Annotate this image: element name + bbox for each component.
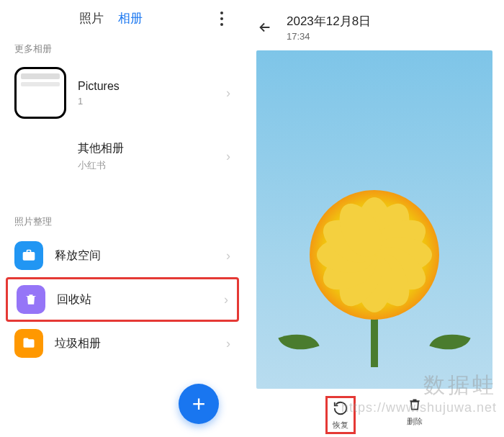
photo-detail-panel: 2023年12月8日 17:34: [245, 0, 504, 437]
photo-viewer[interactable]: [256, 50, 492, 389]
album-row[interactable]: Pictures 1 ›: [0, 61, 245, 125]
org-title: 垃圾相册: [55, 336, 215, 351]
plus-icon: +: [192, 392, 206, 415]
chevron-right-icon: ›: [226, 86, 230, 101]
tabs: 照片 相册: [0, 0, 245, 37]
add-button[interactable]: +: [179, 384, 219, 424]
org-title: 释放空间: [55, 248, 215, 263]
org-junk-album[interactable]: 垃圾相册 ›: [0, 322, 245, 365]
album-title: Pictures: [78, 80, 215, 93]
album-row[interactable]: 其他相册 小红书 ›: [0, 125, 245, 188]
org-free-space[interactable]: 释放空间 ›: [0, 234, 245, 277]
detail-header: 2023年12月8日 17:34: [245, 0, 504, 50]
album-thumbnail: [14, 130, 66, 182]
chevron-right-icon: ›: [224, 292, 228, 307]
photo-date: 2023年12月8日: [287, 13, 492, 30]
album-info: Pictures 1: [78, 80, 215, 107]
restore-label: 恢复: [333, 420, 348, 431]
photo-content: [310, 190, 439, 367]
section-more-albums: 更多相册: [0, 37, 245, 61]
folder-icon: [14, 329, 43, 358]
album-title: 其他相册: [78, 141, 215, 156]
chevron-right-icon: ›: [226, 248, 230, 263]
more-menu-button[interactable]: [213, 10, 230, 27]
date-block: 2023年12月8日 17:34: [287, 13, 492, 42]
delete-label: 删除: [407, 416, 423, 427]
org-recycle-bin[interactable]: 回收站 ›: [6, 277, 239, 322]
tab-albums[interactable]: 相册: [118, 10, 143, 27]
org-title: 回收站: [57, 292, 212, 307]
restore-button[interactable]: 恢复: [325, 396, 356, 434]
chevron-right-icon: ›: [226, 336, 230, 351]
back-button[interactable]: [256, 19, 274, 36]
album-count: 1: [78, 96, 215, 107]
album-info: 其他相册 小红书: [78, 141, 215, 172]
trash-icon: [17, 285, 45, 314]
section-photo-org: 照片整理: [0, 210, 245, 234]
more-vertical-icon: [220, 17, 223, 20]
restore-icon: [332, 400, 349, 417]
album-sub: 小红书: [78, 159, 215, 172]
tab-photos[interactable]: 照片: [79, 10, 104, 27]
bottom-actions: 恢复 删除: [245, 389, 504, 437]
delete-button[interactable]: 删除: [406, 396, 423, 434]
briefcase-icon: [14, 241, 43, 270]
album-thumbnail: [14, 67, 66, 119]
chevron-right-icon: ›: [226, 149, 230, 164]
trash-icon: [406, 396, 423, 413]
albums-panel: 照片 相册 更多相册 Pictures 1 › 其他相册 小红书 › 照片整理 …: [0, 0, 245, 437]
photo-time: 17:34: [287, 31, 492, 42]
